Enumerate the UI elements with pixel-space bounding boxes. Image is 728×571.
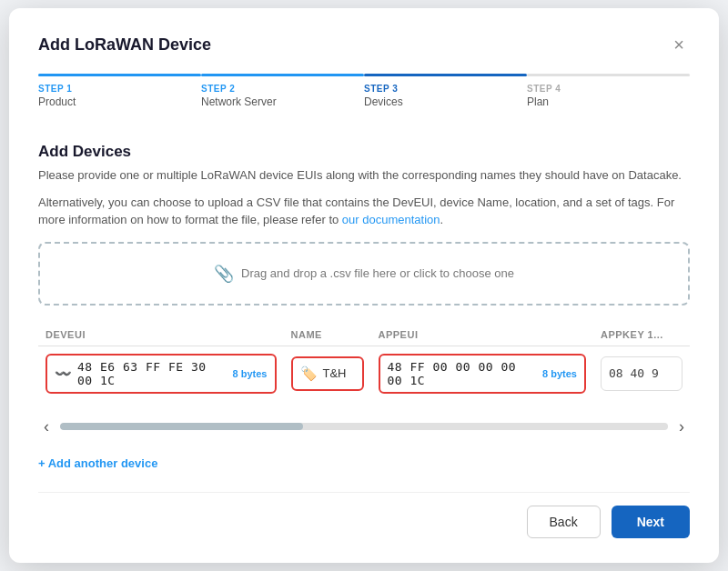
- wifi-icon: 〰️: [55, 366, 72, 382]
- devices-table: DEVEUI NAME APPEUI APPKEY 1... 〰️ 48 E6 …: [38, 324, 690, 401]
- name-field[interactable]: 🏷️ T&H: [291, 356, 364, 391]
- section-desc1: Please provide one or multiple LoRaWAN d…: [38, 166, 690, 185]
- appeui-bytes: 8 bytes: [542, 368, 577, 379]
- scroll-row: ‹ ›: [38, 414, 690, 440]
- deveui-cell[interactable]: 〰️ 48 E6 63 FF FE 30 00 1C 8 bytes: [38, 346, 284, 401]
- step-3-label: STEP 3: [364, 84, 527, 94]
- modal-title: Add LoRaWAN Device: [38, 35, 211, 55]
- next-button[interactable]: Next: [612, 506, 690, 538]
- dropzone-text: Drag and drop a .csv file here or click …: [241, 266, 514, 280]
- deveui-value: 48 E6 63 FF FE 30 00 1C: [77, 360, 224, 387]
- step-4: STEP 4 Plan: [527, 74, 690, 117]
- step-2-bar: [201, 74, 364, 76]
- stepper: STEP 1 Product STEP 2 Network Server STE…: [38, 74, 690, 117]
- deveui-field[interactable]: 〰️ 48 E6 63 FF FE 30 00 1C 8 bytes: [46, 354, 277, 394]
- csv-dropzone[interactable]: 📎 Drag and drop a .csv file here or clic…: [38, 242, 690, 306]
- devices-table-wrapper: DEVEUI NAME APPEUI APPKEY 1... 〰️ 48 E6 …: [38, 324, 690, 401]
- step-4-name: Plan: [527, 95, 690, 108]
- back-button[interactable]: Back: [527, 506, 601, 538]
- add-device-button[interactable]: + Add another device: [38, 453, 157, 474]
- scroll-right-button[interactable]: ›: [673, 414, 690, 440]
- section-desc2-suffix: .: [440, 213, 444, 226]
- step-4-label: STEP 4: [527, 84, 690, 94]
- step-1-label: STEP 1: [38, 84, 201, 94]
- paperclip-icon: 📎: [214, 264, 234, 284]
- step-3: STEP 3 Devices: [364, 74, 527, 117]
- modal-footer: Back Next: [38, 492, 690, 538]
- step-1-name: Product: [38, 95, 201, 108]
- documentation-link[interactable]: our documentation: [342, 213, 440, 226]
- tag-icon: 🏷️: [300, 366, 318, 382]
- scrollbar-thumb: [60, 423, 303, 430]
- step-1: STEP 1 Product: [38, 74, 201, 117]
- col-appeui: APPEUI: [371, 324, 594, 346]
- step-3-name: Devices: [364, 95, 527, 108]
- add-lorawan-modal: Add LoRaWAN Device × STEP 1 Product STEP…: [9, 8, 719, 563]
- section-desc2: Alternatively, you can choose to upload …: [38, 194, 690, 229]
- step-2-name: Network Server: [201, 95, 364, 108]
- scrollbar-track[interactable]: [60, 423, 668, 430]
- deveui-bytes: 8 bytes: [233, 368, 268, 379]
- device-name-value: T&H: [323, 366, 347, 380]
- appeui-field[interactable]: 48 FF 00 00 00 00 00 1C 8 bytes: [379, 354, 587, 394]
- appkey-value: 08 40 9: [609, 366, 659, 380]
- col-name: NAME: [284, 324, 371, 346]
- name-cell[interactable]: 🏷️ T&H: [284, 346, 371, 401]
- scroll-left-button[interactable]: ‹: [38, 414, 55, 440]
- appeui-cell[interactable]: 48 FF 00 00 00 00 00 1C 8 bytes: [371, 346, 594, 401]
- step-2-label: STEP 2: [201, 84, 364, 94]
- step-3-bar: [364, 74, 527, 76]
- appeui-value: 48 FF 00 00 00 00 00 1C: [388, 360, 534, 387]
- step-2: STEP 2 Network Server: [201, 74, 364, 117]
- section-title: Add Devices: [38, 143, 690, 161]
- appkey-cell[interactable]: 08 40 9: [593, 346, 690, 401]
- modal-header: Add LoRaWAN Device ×: [38, 34, 690, 55]
- appkey-field[interactable]: 08 40 9: [601, 356, 682, 391]
- col-deveui: DEVEUI: [38, 324, 284, 346]
- col-appkey: APPKEY 1...: [593, 324, 690, 346]
- close-button[interactable]: ×: [668, 34, 690, 55]
- step-1-bar: [38, 74, 201, 76]
- step-4-bar: [527, 74, 690, 76]
- table-row: 〰️ 48 E6 63 FF FE 30 00 1C 8 bytes 🏷️ T&…: [38, 346, 690, 401]
